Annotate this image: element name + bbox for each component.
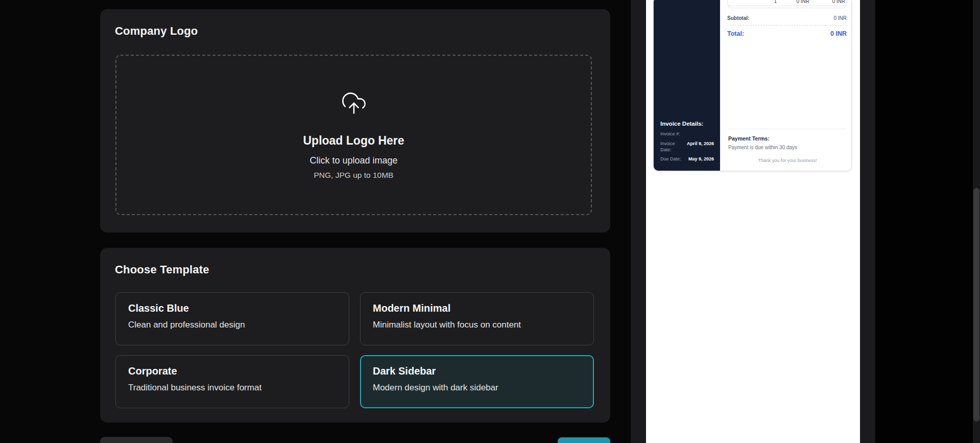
item-qty: 1 — [728, 0, 777, 4]
template-option-classic-blue[interactable]: Classic Blue Clean and professional desi… — [115, 292, 349, 345]
subtotal-label: Subtotal: — [727, 15, 749, 21]
payment-divider — [728, 129, 847, 129]
invoice-sidebar: Invoice Details: Invoice #: Invoice Date… — [654, 0, 720, 171]
upload-subtitle: Click to upload image — [309, 155, 397, 166]
choose-template-title: Choose Template — [100, 248, 610, 276]
company-logo-title: Company Logo — [100, 9, 610, 38]
bottom-left-button[interactable] — [100, 437, 173, 443]
payment-terms-text: Payment is due within 30 days — [728, 145, 847, 150]
due-date-label: Due Date: — [660, 156, 681, 162]
due-date-value: May 9, 2026 — [688, 156, 714, 162]
total-label: Total: — [727, 30, 744, 37]
template-option-modern-minimal[interactable]: Modern Minimal Minimalist layout with fo… — [360, 292, 594, 345]
template-name: Dark Sidebar — [373, 365, 581, 377]
upload-hint: PNG, JPG up to 10MB — [314, 171, 394, 180]
subtotal-row: Subtotal: 0 INR — [727, 15, 847, 21]
template-option-corporate[interactable]: Corporate Traditional business invoice f… — [115, 355, 349, 408]
payment-terms-section: Payment Terms: Payment is due within 30 … — [728, 129, 847, 163]
total-row: Total: 0 INR — [727, 30, 847, 37]
left-pane-gutter — [631, 0, 646, 443]
form-pane: Company Logo Upload Logo Here Click to u… — [0, 0, 631, 443]
right-pane-gutter — [860, 0, 875, 443]
invoice-totals: Subtotal: 0 INR Total: 0 INR — [727, 15, 847, 37]
template-option-dark-sidebar[interactable]: Dark Sidebar Modern design with dark sid… — [360, 355, 594, 408]
template-name: Modern Minimal — [373, 302, 581, 314]
invoice-number-row: Invoice #: — [660, 131, 714, 137]
total-value: 0 INR — [830, 30, 847, 37]
template-description: Clean and professional design — [128, 320, 337, 330]
cloud-upload-icon — [341, 90, 367, 119]
template-description: Traditional business invoice format — [128, 383, 337, 393]
template-grid: Classic Blue Clean and professional desi… — [115, 292, 594, 408]
invoice-number-label: Invoice #: — [660, 131, 680, 137]
invoice-items-table: 1 0 INR 0 INR — [727, 0, 847, 8]
choose-template-card: Choose Template Classic Blue Clean and p… — [100, 248, 610, 423]
subtotal-value: 0 INR — [833, 15, 847, 21]
template-name: Corporate — [128, 365, 337, 377]
invoice-body: 1 0 INR 0 INR Subtotal: 0 INR Total: 0 I… — [720, 0, 851, 171]
template-description: Minimalist layout with focus on content — [373, 320, 581, 330]
company-logo-card: Company Logo Upload Logo Here Click to u… — [100, 9, 610, 232]
upload-title: Upload Logo Here — [303, 134, 404, 148]
right-background — [875, 0, 973, 443]
logo-upload-dropzone[interactable]: Upload Logo Here Click to upload image P… — [115, 55, 592, 215]
invoice-details-title: Invoice Details: — [660, 121, 714, 127]
scrollbar-thumb[interactable] — [973, 188, 979, 422]
invoice-date-label: Invoice Date: — [660, 141, 686, 153]
item-amount: 0 INR — [809, 0, 845, 4]
page-scrollbar[interactable] — [973, 0, 980, 443]
items-divider — [728, 6, 846, 6]
totals-divider — [727, 25, 847, 26]
invoice-preview-pane: Invoice Details: Invoice #: Invoice Date… — [646, 0, 860, 443]
bottom-right-button[interactable] — [558, 437, 610, 443]
payment-terms-title: Payment Terms: — [728, 135, 847, 142]
invoice-item-row: 1 0 INR 0 INR — [728, 0, 846, 6]
item-rate: 0 INR — [777, 0, 809, 4]
template-name: Classic Blue — [128, 302, 337, 314]
due-date-row: Due Date: May 9, 2026 — [660, 156, 714, 162]
invoice-date-row: Invoice Date: April 9, 2026 — [660, 141, 714, 153]
invoice-date-value: April 9, 2026 — [687, 141, 714, 153]
invoice-preview: Invoice Details: Invoice #: Invoice Date… — [653, 0, 852, 171]
thank-you-note: Thank you for your business! — [728, 158, 847, 163]
template-description: Modern design with dark sidebar — [373, 383, 581, 393]
